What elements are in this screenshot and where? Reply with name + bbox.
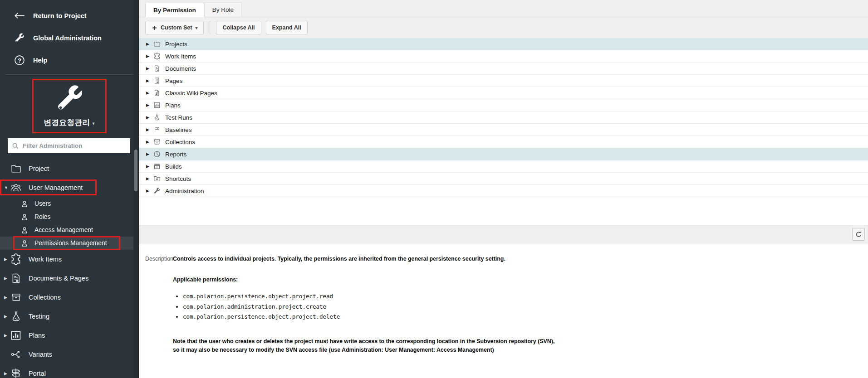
filter-administration-input[interactable] [23,142,126,149]
tree-row-administration[interactable]: ▶ Administration [139,185,868,197]
sidebar-item-user-management[interactable]: ▼ User Management [0,178,138,197]
tree-row-test-runs[interactable]: ▶ Test Runs [139,111,868,124]
sidebar-item-variants[interactable]: Variants [0,345,138,364]
toolbar: Custom Set ▾ Collapse All Expand All [139,17,868,38]
tree-row-reports[interactable]: ▶ Reports [139,148,868,160]
chevron-collapsed-icon: ▶ [146,78,153,83]
tree-row-plans[interactable]: ▶ Plans [139,99,868,111]
description-label: Description: [145,255,173,354]
tree-row-work-items[interactable]: ▶ Work Items [139,50,868,63]
chevron-collapsed-icon: ▶ [146,115,153,120]
filter-administration-box [8,138,130,153]
tree-row-pages[interactable]: ▶ Pages [139,75,868,87]
chevron-collapsed-icon: ▶ [0,276,9,281]
flask-icon [9,310,23,322]
chevron-collapsed-icon: ▶ [0,314,9,319]
permissions-list: com.polarion.persistence.object.project.… [183,292,561,321]
project-scope-selector[interactable]: 변경요청관리▾ [32,79,107,133]
chevron-collapsed-icon: ▶ [0,257,9,262]
description-body: Controls access to individual projects. … [173,255,561,354]
tab-by-permission[interactable]: By Permission [145,3,204,17]
folder-star-icon [153,175,161,182]
chevron-collapsed-icon: ▶ [146,127,153,132]
search-icon [12,142,19,150]
tree-row-classic-wiki-pages[interactable]: ▶ Classic Wiki Pages [139,87,868,99]
sidebar-item-testing[interactable]: ▶ Testing [0,307,138,326]
chevron-collapsed-icon: ▶ [146,176,153,181]
project-scope-label: 변경요청관리 [44,118,90,127]
svg-text:?: ? [18,57,21,63]
global-administration-button[interactable]: Global Administration [0,27,138,49]
flag-icon [153,126,161,133]
branch-icon [9,349,23,359]
users-group-icon [9,183,23,193]
document-icon [9,272,23,284]
tree-row-builds[interactable]: ▶ Builds [139,160,868,173]
puzzle-icon [153,53,161,60]
chevron-collapsed-icon: ▶ [146,42,153,46]
detail-panel-header [139,225,868,243]
document-icon [153,65,161,72]
chevron-collapsed-icon: ▶ [146,164,153,169]
wiki-page-icon [153,89,161,97]
permission-item: com.polarion.persistence.object.project.… [183,312,561,321]
bar-chart-icon [153,102,161,109]
arrow-left-icon [13,12,26,19]
refresh-icon [855,231,862,238]
sidebar-nav: Project ▼ User Management Users [0,159,138,378]
chevron-collapsed-icon: ▶ [146,66,153,71]
sidebar-scrollbar-thumb[interactable] [134,150,137,191]
sidebar-item-portal[interactable]: ▶ Portal [0,364,138,378]
chevron-collapsed-icon: ▶ [146,189,153,193]
help-button[interactable]: ? Help [0,49,138,71]
sidebar-item-documents-pages[interactable]: ▶ Documents & Pages [0,269,138,288]
sidebar-item-plans[interactable]: ▶ Plans [0,326,138,345]
signpost-icon [9,368,23,378]
sidebar-item-collections[interactable]: ▶ Collections [0,288,138,307]
sidebar-item-roles[interactable]: Roles [0,210,138,223]
gift-icon [153,163,161,170]
return-to-project-button[interactable]: Return to Project [0,5,138,27]
admin-sidebar: Return to Project Global Administration … [0,0,139,378]
chevron-collapsed-icon: ▶ [0,295,9,300]
help-icon: ? [13,55,26,66]
expand-all-button[interactable]: Expand All [266,21,308,34]
custom-set-label: Custom Set [161,24,192,31]
sidebar-item-access-management[interactable]: Access Management [0,223,138,237]
permission-item: com.polarion.persistence.object.project.… [183,292,561,300]
description-section: Description: Controls access to individu… [139,243,868,354]
user-icon [20,239,30,247]
collapse-all-button[interactable]: Collapse All [216,21,261,34]
user-icon [20,226,30,234]
custom-set-button[interactable]: Custom Set ▾ [145,21,204,34]
page-icon [153,77,161,84]
sidebar-item-work-items[interactable]: ▶ Work Items [0,250,138,269]
chevron-collapsed-icon: ▶ [146,152,153,156]
tree-row-shortcuts[interactable]: ▶ Shortcuts [139,173,868,185]
sidebar-scrollbar[interactable] [133,0,138,378]
tree-row-collections[interactable]: ▶ Collections [139,136,868,148]
tree-row-documents[interactable]: ▶ Documents [139,63,868,75]
sidebar-item-users[interactable]: Users [0,197,138,210]
folder-icon [9,163,23,174]
pie-chart-icon [153,150,161,158]
chevron-collapsed-icon: ▶ [146,140,153,144]
archive-icon [153,138,161,145]
global-administration-label: Global Administration [33,34,102,42]
permissions-tree: ▶ Projects ▶ Work Items ▶ Documents [139,38,868,197]
chevron-collapsed-icon: ▶ [0,333,9,338]
chevron-collapsed-icon: ▶ [0,371,9,376]
tree-row-baselines[interactable]: ▶ Baselines [139,124,868,136]
sidebar-item-permissions-management[interactable]: Permissions Management [0,237,134,250]
tab-bar: By Permission By Role [139,0,868,17]
chevron-collapsed-icon: ▶ [146,103,153,107]
sidebar-divider [5,74,133,75]
sidebar-top-section: Return to Project Global Administration … [0,0,138,71]
bar-chart-icon [9,330,23,341]
description-note: Note that the user who creates or delete… [173,337,561,354]
tab-by-role[interactable]: By Role [204,2,242,17]
description-intro: Controls access to individual projects. … [173,255,561,263]
tree-row-projects[interactable]: ▶ Projects [139,38,868,50]
refresh-button[interactable] [852,228,865,241]
sidebar-item-project[interactable]: Project [0,159,138,178]
